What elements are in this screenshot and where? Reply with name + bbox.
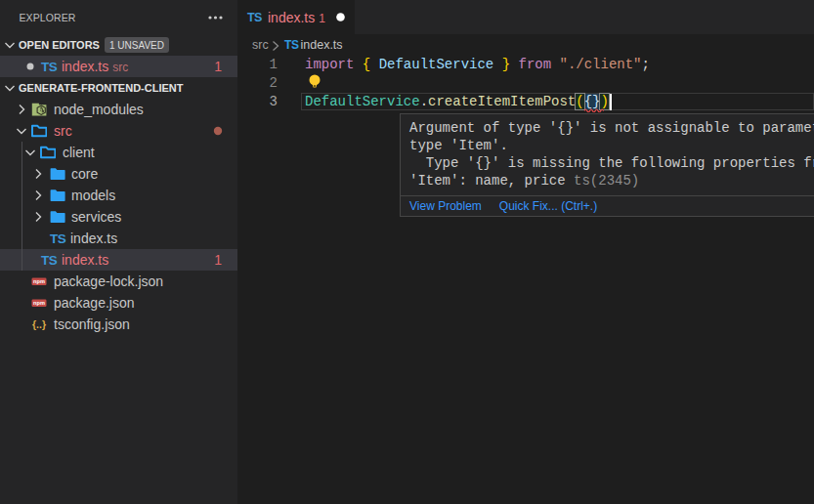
svg-text:npm: npm — [33, 300, 45, 306]
svg-text:npm: npm — [33, 278, 45, 284]
svg-text:{..}: {..} — [32, 318, 46, 330]
